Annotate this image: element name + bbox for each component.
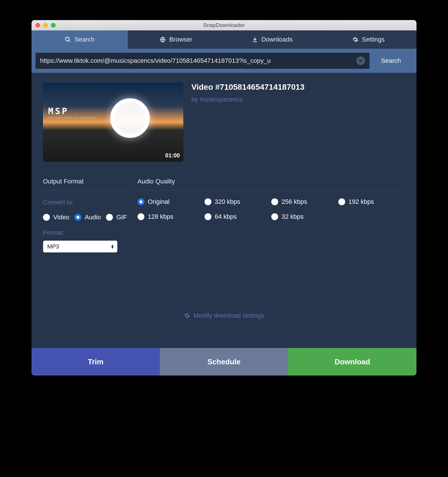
tab-search[interactable]: Search xyxy=(32,30,128,49)
convert-to-label: Convert to: xyxy=(43,199,129,206)
quality-label-1: 320 kbps xyxy=(215,198,240,206)
download-icon xyxy=(252,36,258,43)
trim-button[interactable]: Trim xyxy=(32,348,160,376)
output-format-section: Output Format Convert to: Video Audio GI… xyxy=(43,178,129,253)
radio-video[interactable]: Video xyxy=(43,214,69,221)
quality-options: Original 320 kbps 256 kbps 192 kbps 128 … xyxy=(137,198,405,220)
radio-quality-192[interactable]: 192 kbps xyxy=(338,198,405,206)
audio-quality-title: Audio Quality xyxy=(137,178,405,191)
tab-settings-label: Settings xyxy=(362,36,385,43)
globe-icon xyxy=(160,36,166,43)
bottom-buttons: Trim Schedule Download xyxy=(32,348,416,376)
url-input[interactable] xyxy=(40,57,356,64)
format-label: Format: xyxy=(43,229,129,236)
tab-search-label: Search xyxy=(74,36,95,43)
radio-quality-128[interactable]: 128 kbps xyxy=(137,213,205,220)
radio-quality-32[interactable]: 32 kbps xyxy=(271,213,338,220)
quality-label-5: 64 kbps xyxy=(215,213,237,220)
svg-point-0 xyxy=(66,37,69,41)
search-button-label: Search xyxy=(381,57,401,64)
url-input-wrap xyxy=(36,53,370,69)
quality-label-0: Original xyxy=(148,198,170,206)
modify-label: Modify download settings xyxy=(193,312,264,319)
radio-quality-256[interactable]: 256 kbps xyxy=(271,198,338,206)
download-label: Download xyxy=(335,357,370,366)
quality-label-3: 192 kbps xyxy=(349,198,374,206)
audio-quality-section: Audio Quality Original 320 kbps 256 kbps… xyxy=(137,178,405,253)
video-row: MSP NO COPYRIGHT SOUNDS 01:00 Video #710… xyxy=(43,83,405,162)
radio-quality-64[interactable]: 64 kbps xyxy=(205,213,272,220)
radio-gif[interactable]: GIF xyxy=(106,214,127,221)
quality-label-2: 256 kbps xyxy=(282,198,307,206)
video-info: Video #7105814654714187013 by musicspace… xyxy=(191,83,304,162)
titlebar: SnapDownloader xyxy=(32,20,416,30)
clear-input-button[interactable] xyxy=(356,56,365,65)
tab-downloads-label: Downloads xyxy=(262,36,293,43)
radio-gif-label: GIF xyxy=(116,214,127,221)
tab-browser-label: Browser xyxy=(169,36,192,43)
search-bar: Search xyxy=(32,49,416,73)
download-button[interactable]: Download xyxy=(288,348,416,376)
tab-settings[interactable]: Settings xyxy=(320,30,416,49)
thumb-logo: MSP xyxy=(48,106,69,116)
tab-browser[interactable]: Browser xyxy=(128,30,224,49)
quality-label-6: 32 kbps xyxy=(282,213,304,220)
format-select-value: MP3 xyxy=(47,243,59,250)
modify-download-settings[interactable]: Modify download settings xyxy=(32,312,416,319)
radio-video-label: Video xyxy=(53,214,69,221)
main-tabs: Search Browser Downloads Settings xyxy=(32,30,416,49)
gear-icon xyxy=(352,36,358,43)
trim-label: Trim xyxy=(88,357,104,366)
search-button[interactable]: Search xyxy=(370,53,412,69)
svg-line-1 xyxy=(69,40,70,42)
gear-icon xyxy=(184,312,190,319)
window-title: SnapDownloader xyxy=(32,22,416,28)
thumb-sub: NO COPYRIGHT SOUNDS xyxy=(48,116,96,119)
close-icon xyxy=(359,59,363,63)
radio-quality-320[interactable]: 320 kbps xyxy=(205,198,272,206)
video-thumbnail[interactable]: MSP NO COPYRIGHT SOUNDS 01:00 xyxy=(43,83,183,162)
video-duration: 01:00 xyxy=(165,152,180,159)
main-content: MSP NO COPYRIGHT SOUNDS 01:00 Video #710… xyxy=(32,73,416,348)
radio-quality-original[interactable]: Original xyxy=(137,198,205,206)
quality-label-4: 128 kbps xyxy=(148,213,173,220)
video-author: by musicspacencs xyxy=(191,96,304,103)
schedule-label: Schedule xyxy=(207,357,241,366)
radio-audio[interactable]: Audio xyxy=(74,214,101,221)
app-window: SnapDownloader Search Browser Downloads … xyxy=(32,20,416,376)
options-row: Output Format Convert to: Video Audio GI… xyxy=(43,178,405,253)
format-select[interactable]: MP3 ▲▼ xyxy=(43,241,117,253)
radio-audio-label: Audio xyxy=(85,214,101,221)
convert-options: Video Audio GIF xyxy=(43,214,129,221)
output-format-title: Output Format xyxy=(43,178,129,191)
schedule-button[interactable]: Schedule xyxy=(160,348,288,376)
chevron-updown-icon: ▲▼ xyxy=(111,244,114,249)
search-icon xyxy=(65,36,71,43)
video-title: Video #7105814654714187013 xyxy=(191,83,304,92)
tab-downloads[interactable]: Downloads xyxy=(224,30,320,49)
